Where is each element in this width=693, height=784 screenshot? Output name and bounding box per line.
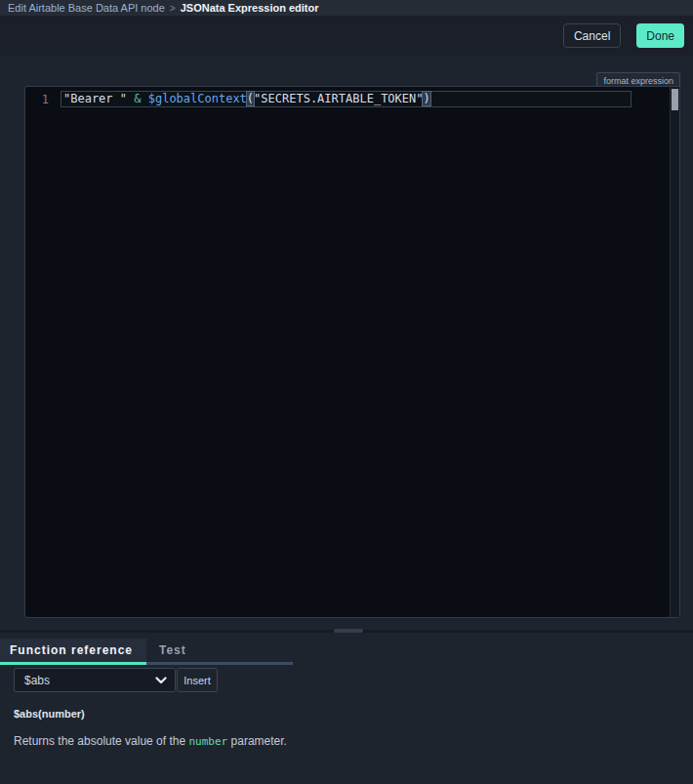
function-description: Returns the absolute value of the number… <box>14 734 287 748</box>
tab-strip-underline <box>146 662 293 665</box>
code-token-operator: & <box>134 92 147 105</box>
editor-scrollbar-thumb[interactable] <box>672 89 678 110</box>
jsonata-expression-editor-window: Edit Airtable Base Data API node > JSONa… <box>0 0 693 784</box>
breadcrumb-current-page: JSONata Expression editor <box>181 2 319 14</box>
editor-code-area[interactable]: "Bearer " & $globalContext("SECRETS.AIRT… <box>61 87 670 617</box>
text-cursor <box>430 93 431 104</box>
code-token-string: "Bearer " <box>63 92 134 105</box>
active-tab-underline <box>0 662 146 665</box>
line-number: 1 <box>25 92 61 107</box>
description-text-after: parameter. <box>227 734 287 748</box>
breadcrumb-separator: > <box>170 3 176 14</box>
code-token-open-paren: ( <box>247 92 254 105</box>
toolbar: Cancel Done <box>0 16 693 56</box>
bottom-panel-tabs: Function reference Test <box>0 639 186 662</box>
code-line-active[interactable]: "Bearer " & $globalContext("SECRETS.AIRT… <box>61 91 632 107</box>
code-editor[interactable]: 1 "Bearer " & $globalContext("SECRETS.AI… <box>24 86 680 618</box>
tab-test[interactable]: Test <box>146 639 186 662</box>
panel-resize-handle[interactable] <box>334 629 363 633</box>
done-button[interactable]: Done <box>636 23 684 48</box>
function-signature: $abs(number) <box>14 708 85 720</box>
function-select-dropdown[interactable]: $abs <box>14 668 176 692</box>
insert-button[interactable]: Insert <box>177 668 218 692</box>
tab-function-reference[interactable]: Function reference <box>0 639 146 662</box>
editor-gutter: 1 <box>25 87 61 617</box>
description-param-code: number <box>188 735 227 748</box>
chevron-down-icon <box>155 677 167 684</box>
function-select-value: $abs <box>24 674 50 687</box>
breadcrumb-parent-node[interactable]: Edit Airtable Base Data API node <box>8 2 165 14</box>
cancel-button[interactable]: Cancel <box>563 23 621 48</box>
code-token-function: $globalContext <box>148 92 247 105</box>
breadcrumb: Edit Airtable Base Data API node > JSONa… <box>0 0 693 16</box>
description-text-before: Returns the absolute value of the <box>14 734 188 748</box>
editor-scrollbar[interactable] <box>670 87 679 617</box>
code-token-close-paren: ) <box>423 92 429 105</box>
code-token-string-arg: "SECRETS.AIRTABLE_TOKEN" <box>254 92 423 105</box>
